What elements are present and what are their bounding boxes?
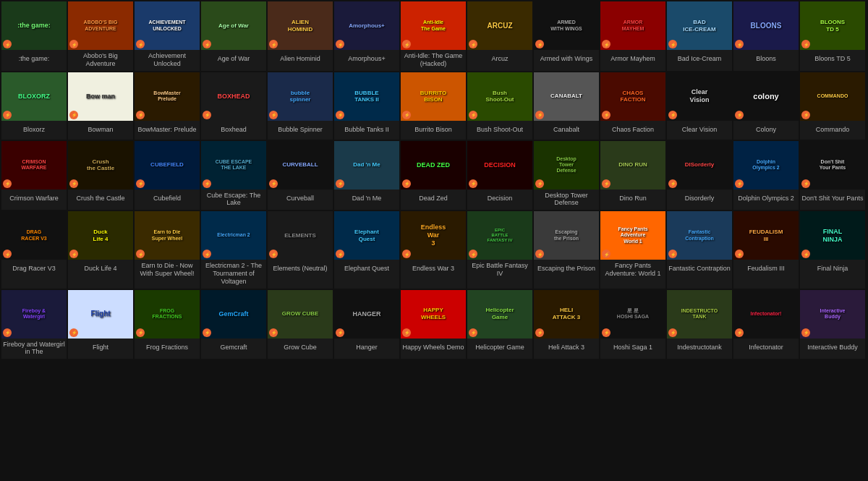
game-item-bubble-tanks-ii[interactable]: BUBBLE TANKS II⚡Bubble Tanks II xyxy=(334,72,399,140)
game-item-feudalism-iii[interactable]: FEUDALISM III⚡Feudalism III xyxy=(733,211,799,288)
game-item-dad-n-me[interactable]: Dad 'n Me⚡Dad 'n Me xyxy=(334,141,399,210)
game-item-indestructotank[interactable]: INDESTRUCTO TANK⚡Indestructotank xyxy=(667,290,732,359)
game-label: Chaos Faction xyxy=(610,121,655,140)
flash-badge: ⚡ xyxy=(336,328,344,337)
game-item-burrito-bison[interactable]: BURRITO BISON⚡Burrito Bison xyxy=(401,72,466,140)
flash-badge: ⚡ xyxy=(801,328,810,337)
game-item-hanger[interactable]: HANGER⚡Hanger xyxy=(334,290,399,359)
game-item-electricman-2[interactable]: Electricman 2⚡Electricman 2 - The Tourna… xyxy=(201,211,266,288)
game-item-age-of-war[interactable]: Age of War⚡Age of War xyxy=(201,1,266,71)
game-label: Hoshi Saga 1 xyxy=(612,339,654,357)
game-item-elements[interactable]: ELEMENTS⚡Elements (Neutral) xyxy=(268,211,333,288)
game-thumbnail: DECISION⚡ xyxy=(467,141,532,190)
game-item-interactive-buddy[interactable]: Interactive Buddy⚡Interactive Buddy xyxy=(800,290,865,359)
flash-badge: ⚡ xyxy=(535,40,544,48)
game-item-fancy-pants-adventure[interactable]: Fancy Pants Adventure World 1⚡Fancy Pant… xyxy=(600,211,665,288)
game-label: Bubble Spinner xyxy=(276,121,324,140)
game-thumb-title: CANABALT xyxy=(549,91,584,101)
game-item-bloons[interactable]: BLOONS⚡Bloons xyxy=(733,1,799,71)
game-label: Armed with Wings xyxy=(539,50,595,69)
game-item-chaos-faction[interactable]: CHAOS FACTION⚡Chaos Faction xyxy=(600,72,665,140)
game-item-achievement-unlocked[interactable]: ACHIEVEMENT UNLOCKED⚡Achievement Unlocke… xyxy=(135,1,200,71)
game-item-heli-attack-3[interactable]: HELI ATTACK 3⚡Heli Attack 3 xyxy=(534,290,599,359)
game-thumbnail: INDESTRUCTO TANK⚡ xyxy=(667,290,732,339)
flash-badge: ⚡ xyxy=(668,111,677,119)
game-item-bush-shoot-out[interactable]: Bush Shoot-Out⚡Bush Shoot-Out xyxy=(467,72,532,140)
game-item-elephant-quest[interactable]: Elephant Quest⚡Elephant Quest xyxy=(334,211,399,288)
game-item-infectonator[interactable]: Infectonator!⚡Infectonator xyxy=(733,290,799,359)
game-item-bloons-td5[interactable]: BLOONS TD 5⚡Bloons TD 5 xyxy=(800,1,865,71)
game-item-bloxorz[interactable]: BLOXORZ⚡Bloxorz xyxy=(1,72,67,140)
game-thumbnail: :the game:⚡ xyxy=(1,1,67,50)
game-item-bowmaster-prelude[interactable]: BowMaster Prelude⚡BowMaster: Prelude xyxy=(135,72,200,140)
game-item-canabalt[interactable]: CANABALT⚡Canabalt xyxy=(534,72,599,140)
game-thumb-title: Age of War xyxy=(217,21,250,31)
flash-badge: ⚡ xyxy=(735,111,744,119)
game-item-curveball[interactable]: CURVEBALL⚡Curveball xyxy=(268,141,333,210)
game-item-abobos-big-adventure[interactable]: ABOBO'S BIG ADVENTURE⚡Abobo's Big Advent… xyxy=(68,1,133,71)
flash-badge: ⚡ xyxy=(136,40,145,48)
game-item-earn-to-die[interactable]: Earn to Die Super Wheel⚡Earn to Die - No… xyxy=(135,211,200,288)
game-item-drag-racer-v3[interactable]: DRAG RACER V3⚡Drag Racer V3 xyxy=(1,211,67,288)
game-item-happy-wheels-demo[interactable]: HAPPY WHEELS⚡Happy Wheels Demo xyxy=(401,290,466,359)
game-label: Final Ninja xyxy=(816,260,850,278)
game-item-clear-vision[interactable]: Clear Vision⚡Clear Vision xyxy=(667,72,732,140)
flash-badge: ⚡ xyxy=(735,179,744,188)
game-item-dont-shit-your-pants[interactable]: Don't Shit Your Pants⚡Don't Shit Your Pa… xyxy=(800,141,865,210)
game-thumb-title: CHAOS FACTION xyxy=(618,88,647,105)
game-item-alien-hominid[interactable]: ALIEN HOMINID⚡Alien Hominid xyxy=(268,1,333,71)
game-item-helicopter-game[interactable]: Helicopter Game⚡Helicopter Game xyxy=(467,290,532,359)
game-item-frog-fractions[interactable]: FROG FRACTIONS⚡Frog Fractions xyxy=(135,290,200,359)
game-item-final-ninja[interactable]: FINAL NINJA⚡Final Ninja xyxy=(800,211,865,288)
game-item-flight[interactable]: Flight⚡Flight xyxy=(68,290,133,359)
game-item-commando[interactable]: COMMANDO⚡Commando xyxy=(800,72,865,140)
game-thumbnail: FINAL NINJA⚡ xyxy=(800,211,865,260)
game-label: Curveball xyxy=(285,190,315,208)
game-item-cube-escape-the-lake[interactable]: CUBE ESCAPE THE LAKE⚡Cube Escape: The La… xyxy=(201,141,266,210)
game-item-disorderly[interactable]: DISorderly⚡Disorderly xyxy=(667,141,732,210)
game-item-grow-cube[interactable]: GROW CUBE⚡Grow Cube xyxy=(268,290,333,359)
flash-badge: ⚡ xyxy=(136,111,145,119)
game-label: Clear Vision xyxy=(681,121,718,140)
game-item-armed-with-wings[interactable]: ARMED WITH WINGS⚡Armed with Wings xyxy=(534,1,599,71)
game-item-boxhead[interactable]: BOXHEAD⚡Boxhead xyxy=(201,72,266,140)
game-item-epic-battle-fantasy-iv[interactable]: EPIC BATTLE FANTASY IV⚡Epic Battle Fanta… xyxy=(467,211,532,288)
game-item-dolphin-olympics-2[interactable]: Dolphin Olympics 2⚡Dolphin Olympics 2 xyxy=(733,141,799,210)
game-item-bad-ice-cream[interactable]: BAD ICE-CREAM⚡Bad Ice-Cream xyxy=(667,1,732,71)
game-label: Bloons xyxy=(754,50,778,69)
game-label: Duck Life 4 xyxy=(82,260,118,278)
game-item-bowman[interactable]: Bow man⚡Bowman xyxy=(68,72,133,140)
game-label: Earn to Die - Now With Super Wheel! xyxy=(135,260,200,281)
game-item-endless-war-3[interactable]: Endless War 3⚡Endless War 3 xyxy=(401,211,466,288)
game-label: Gemcraft xyxy=(218,339,248,357)
game-item-arcuz[interactable]: ARCUZ⚡Arcuz xyxy=(467,1,532,71)
game-thumbnail: ELEMENTS⚡ xyxy=(268,211,333,260)
game-item-escaping-the-prison[interactable]: Escaping the Prison⚡Escaping the Prison xyxy=(534,211,599,288)
game-item-decision[interactable]: DECISION⚡Decision xyxy=(467,141,532,210)
game-item-crush-the-castle[interactable]: Crush the Castle⚡Crush the Castle xyxy=(68,141,133,210)
game-thumbnail: BURRITO BISON⚡ xyxy=(401,72,466,121)
game-item-armor-mayhem[interactable]: ARMOR MAYHEM⚡Armor Mayhem xyxy=(600,1,665,71)
game-label: Disorderly xyxy=(684,190,716,208)
game-item-gemcraft[interactable]: GemCraft⚡Gemcraft xyxy=(201,290,266,359)
game-thumbnail: GemCraft⚡ xyxy=(201,290,266,339)
game-thumb-title: FEUDALISM III xyxy=(748,227,785,244)
game-item-crimson-warfare[interactable]: CRIMSON WARFARE⚡Crimson Warfare xyxy=(1,141,67,210)
game-item-bubble-spinner[interactable]: bubble spinner⚡Bubble Spinner xyxy=(268,72,333,140)
game-item-anti-idle[interactable]: Anti-Idle The Game⚡Anti-Idle: The Game (… xyxy=(401,1,466,71)
flash-badge: ⚡ xyxy=(668,179,677,188)
game-item-the-game[interactable]: :the game:⚡:the game: xyxy=(1,1,67,71)
game-item-dino-run[interactable]: DINO RUN⚡Dino Run xyxy=(600,141,665,210)
game-item-cubefield[interactable]: CUBEFIELD⚡Cubefield xyxy=(135,141,200,210)
flash-badge: ⚡ xyxy=(69,40,78,48)
game-item-dead-zed[interactable]: DEAD ZED⚡Dead Zed xyxy=(401,141,466,210)
game-item-fireboy-watergirl[interactable]: Fireboy & Watergirl⚡Fireboy and Watergir… xyxy=(1,290,67,359)
game-item-hoshi-saga-1[interactable]: 星 星 HOSHI SAGA⚡Hoshi Saga 1 xyxy=(600,290,665,359)
game-thumbnail: DRAG RACER V3⚡ xyxy=(1,211,67,260)
game-item-desktop-tower-defense[interactable]: Desktop Tower Defense⚡Desktop Tower Defe… xyxy=(534,141,599,210)
game-item-amorphous-plus[interactable]: Amorphous+⚡Amorphous+ xyxy=(334,1,399,71)
game-thumbnail: BLOONS⚡ xyxy=(733,1,799,50)
game-item-duck-life-4[interactable]: Duck Life 4⚡Duck Life 4 xyxy=(68,211,133,288)
game-item-colony[interactable]: colony⚡Colony xyxy=(733,72,799,140)
game-item-fantastic-contraption[interactable]: Fantastic Contraption⚡Fantastic Contrapt… xyxy=(667,211,732,288)
